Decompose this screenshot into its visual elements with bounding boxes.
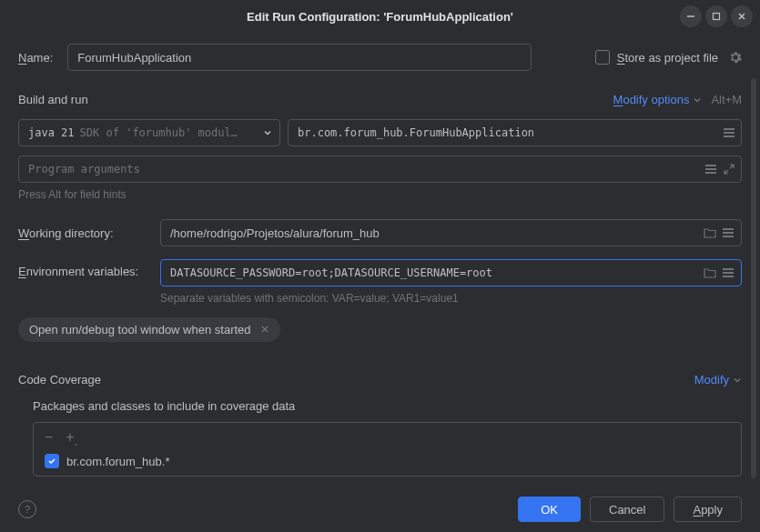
coverage-list: − +⌄ br.com.forum_hub.* [33,422,742,477]
dialog-footer: ? OK Cancel Apply [0,487,760,532]
titlebar: Edit Run Configuration: 'ForumHubApplica… [0,0,760,33]
svg-rect-13 [723,268,734,270]
svg-rect-1 [714,14,720,20]
gear-icon[interactable] [729,51,742,64]
expand-icon[interactable] [723,163,735,176]
name-input[interactable] [67,44,532,71]
cancel-button[interactable]: Cancel [590,497,664,522]
add-icon[interactable]: +⌄ [66,430,74,445]
store-as-project-checkbox[interactable] [595,50,610,65]
list-icon[interactable] [704,163,717,176]
svg-rect-6 [724,136,735,137]
scrollbar[interactable] [751,78,756,478]
svg-rect-11 [723,232,734,234]
option-chip: Open run/debug tool window when started [18,317,280,342]
svg-rect-5 [724,132,735,134]
chevron-down-icon [693,95,702,105]
coverage-subtitle: Packages and classes to include in cover… [33,399,742,413]
window-controls [680,5,753,27]
window-title: Edit Run Configuration: 'ForumHubApplica… [247,10,513,24]
list-icon[interactable] [722,226,735,239]
coverage-item-checkbox[interactable] [45,454,59,468]
svg-rect-9 [705,172,716,174]
minimize-button[interactable] [680,5,702,27]
svg-rect-4 [724,128,735,130]
working-dir-input[interactable] [160,219,742,246]
remove-icon[interactable]: − [45,430,53,445]
dialog-content: Name: Store as project file Build and ru… [0,33,760,487]
jdk-select[interactable]: java 21 SDK of 'forumhub' modul… [18,119,280,146]
working-dir-label: Working directory: [18,226,146,240]
list-icon[interactable] [722,266,735,279]
env-vars-label: Environment variables: [18,259,146,278]
chevron-down-icon [733,376,742,385]
env-vars-input[interactable] [160,259,742,286]
chevron-down-icon [263,128,272,137]
store-as-project-label: Store as project file [617,51,718,65]
close-button[interactable] [731,5,753,27]
ok-button[interactable]: OK [518,497,581,522]
chip-label: Open run/debug tool window when started [29,323,251,336]
svg-rect-15 [723,276,734,277]
svg-rect-8 [705,168,716,170]
modify-options-link[interactable]: Modify options [613,93,703,106]
apply-button[interactable]: Apply [674,497,742,522]
chip-close-icon[interactable] [260,323,269,336]
coverage-item-label: br.com.forum_hub.* [66,455,169,468]
svg-rect-7 [705,165,716,166]
coverage-modify-link[interactable]: Modify [694,373,742,386]
coverage-item[interactable]: br.com.forum_hub.* [45,454,730,468]
svg-rect-14 [723,272,734,274]
maximize-button[interactable] [705,5,727,27]
main-class-input[interactable]: br.com.forum_hub.ForumHubApplication [288,119,742,146]
help-icon[interactable]: ? [18,500,36,518]
svg-rect-10 [723,228,734,230]
modify-shortcut: Alt+M [711,93,742,106]
folder-icon[interactable] [704,226,716,239]
build-run-title: Build and run [18,93,88,106]
folder-icon[interactable] [704,266,716,279]
env-vars-helper: Separate variables with semicolon: VAR=v… [160,292,742,305]
list-icon[interactable] [723,126,735,139]
name-label: Name: [18,51,53,65]
coverage-title: Code Coverage [18,373,101,386]
alt-hint: Press Alt for field hints [18,188,742,201]
program-arguments-input[interactable]: Program arguments [18,156,742,183]
svg-rect-12 [723,236,734,237]
